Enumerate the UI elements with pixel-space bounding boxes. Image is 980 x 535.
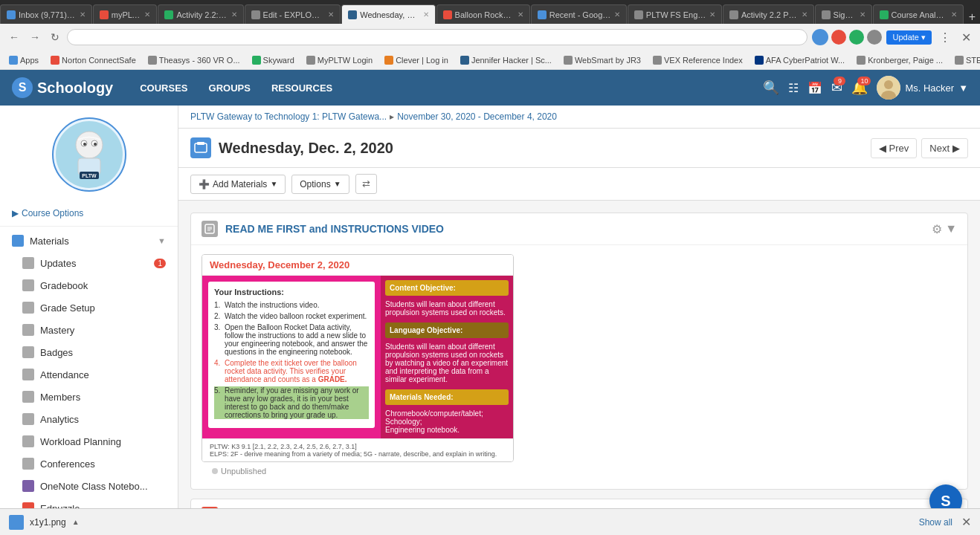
slide-footer-elps: ELPS: 2F - derive meaning from a variety…	[210, 450, 506, 458]
sidebar-item-onenote[interactable]: OneNote Class Notebo...	[0, 475, 178, 497]
next-button[interactable]: Next ▶	[921, 138, 968, 158]
tab-balloon[interactable]: Balloon Rocket!... ✕	[436, 4, 530, 24]
tab-activity22-pro[interactable]: Activity 2.2 Pro... ✕	[723, 4, 814, 24]
sidebar-item-gradebook[interactable]: Gradebook	[0, 274, 178, 296]
sidebar-item-members[interactable]: Members	[0, 386, 178, 408]
nav-courses[interactable]: COURSES	[131, 77, 196, 100]
bookmark-vex[interactable]: VEX Reference Index	[650, 55, 746, 65]
sidebar-item-badges[interactable]: Badges	[0, 341, 178, 363]
bookmark-websmart[interactable]: WebSmart by JR3	[561, 55, 644, 65]
extension-icon-2[interactable]	[831, 30, 846, 45]
forward-button[interactable]: →	[27, 30, 43, 45]
gradebook-icon	[22, 279, 34, 291]
svg-point-4	[76, 132, 103, 158]
tab-analytics[interactable]: Course Analytics ✕	[873, 4, 964, 24]
extension-icon-4[interactable]	[867, 30, 882, 45]
sidebar-item-label-attendance: Attendance	[40, 369, 89, 380]
add-materials-label: Add Materials	[213, 179, 267, 189]
sidebar-item-label-updates: Updates	[40, 258, 76, 269]
reload-button[interactable]: ↻	[48, 30, 62, 45]
grid-button[interactable]: ☷	[788, 81, 799, 95]
tab-wednesday[interactable]: Wednesday, De... ✕	[341, 4, 435, 24]
notifications-button[interactable]: 🔔 10	[851, 80, 868, 96]
slide-content-objective-box: Content Objective:	[385, 280, 509, 296]
header-right: 🔍 ☷ 📅 ✉ 9 🔔 10 Ms. Hacker ▼	[763, 76, 968, 100]
course-title-row: Wednesday, Dec. 2, 2020	[190, 137, 393, 158]
calendar-button[interactable]: 📅	[807, 81, 822, 95]
close-button[interactable]: ✕	[958, 29, 974, 46]
sidebar-item-mastery[interactable]: Mastery	[0, 319, 178, 341]
sidebar-item-label-workload: Workload Planning	[40, 436, 121, 447]
bookmark-jennifer[interactable]: Jennifer Hacker | Sc...	[457, 55, 555, 65]
material-icon-1	[202, 221, 218, 237]
bookmarks-bar: Apps Norton ConnectSafe Theasys - 360 VR…	[0, 51, 980, 70]
breadcrumb-link-week[interactable]: November 30, 2020 - December 4, 2020	[397, 111, 557, 122]
material-gear-1[interactable]: ⚙ ▼	[932, 222, 957, 236]
bookmark-skyward[interactable]: Skyward	[249, 55, 297, 65]
bookmark-afa[interactable]: AFA CyberPatriot W...	[752, 55, 848, 65]
user-avatar	[877, 76, 900, 100]
sidebar-item-analytics[interactable]: Analytics	[0, 408, 178, 430]
tab-pltw-fs[interactable]: PLTW FS Engin... ✕	[628, 4, 722, 24]
bookmark-clever[interactable]: Clever | Log in	[381, 55, 451, 65]
search-button[interactable]: 🔍	[763, 80, 779, 96]
tab-recent[interactable]: Recent - Google... ✕	[531, 4, 627, 24]
bookmark-stem[interactable]: STEM Software App...	[952, 55, 980, 65]
bookmark-apps[interactable]: Apps	[6, 55, 42, 65]
sidebar-item-updates[interactable]: Updates 1	[0, 252, 178, 274]
course-title: Wednesday, Dec. 2, 2020	[219, 140, 393, 157]
sidebar-item-workload[interactable]: Workload Planning	[0, 430, 178, 453]
material-title-1[interactable]: READ ME FIRST and INSTRUCTIONS VIDEO	[225, 223, 932, 235]
updates-badge: 1	[154, 259, 166, 268]
sidebar-item-conferences[interactable]: Conferences	[0, 453, 178, 475]
svg-point-1	[884, 80, 893, 89]
options-button[interactable]: Options ▼	[291, 175, 349, 194]
extension-icon-3[interactable]	[849, 30, 864, 45]
settings-button[interactable]: ⋮	[936, 29, 954, 46]
bookmark-kronberger[interactable]: Kronberger, Paige ...	[854, 55, 946, 65]
slide-instruction-1: 1.Watch the instructions video.	[214, 301, 369, 309]
course-options-link[interactable]: ▶ Course Options	[0, 204, 178, 223]
options-label: Options	[300, 179, 330, 189]
schoology-nav: COURSES GROUPS RESOURCES	[131, 77, 341, 100]
download-close-button[interactable]: ✕	[961, 515, 971, 529]
settings-small-icon: ⇄	[362, 178, 370, 189]
main-layout: PLTW ▶ Course Options Materials ▼ Update…	[0, 106, 980, 535]
tab-inbox[interactable]: Inbox (9,771) - ... ✕	[0, 4, 92, 24]
slide-instruction-2: 2.Watch the video balloon rocket experim…	[214, 312, 369, 320]
prev-button[interactable]: ◀ Prev	[871, 138, 918, 158]
tab-activity22[interactable]: Activity 2.2: 3... ✕	[158, 4, 243, 24]
add-materials-button[interactable]: ➕ Add Materials ▼	[190, 175, 286, 194]
address-bar-row: ← → ↻ sstschools.schoology.com/course/27…	[0, 24, 980, 51]
sidebar-item-grade-setup[interactable]: Grade Setup	[0, 296, 178, 319]
user-menu[interactable]: Ms. Hacker ▼	[877, 76, 968, 100]
bookmark-norton[interactable]: Norton ConnectSafe	[48, 55, 139, 65]
user-name: Ms. Hacker	[905, 82, 954, 94]
tab-mypltw[interactable]: myPLTW ✕	[93, 4, 158, 24]
sidebar-item-label-grade-setup: Grade Setup	[40, 302, 95, 314]
tab-signin[interactable]: Sign In ✕	[815, 4, 872, 24]
extension-icon-1[interactable]	[812, 29, 828, 45]
address-input[interactable]: sstschools.schoology.com/course/27878303…	[67, 29, 807, 45]
back-button[interactable]: ←	[6, 30, 22, 45]
sidebar-item-attendance[interactable]: Attendance	[0, 363, 178, 386]
nav-resources[interactable]: RESOURCES	[262, 77, 341, 100]
messages-button[interactable]: ✉ 9	[831, 80, 842, 96]
materials-toolbar: ➕ Add Materials ▼ Options ▼ ⇄	[178, 168, 980, 201]
breadcrumb-link-course[interactable]: PLTW Gateway to Technology 1: PLTW Gatew…	[190, 111, 387, 122]
show-all-button[interactable]: Show all	[919, 517, 952, 528]
settings-small-button[interactable]: ⇄	[355, 174, 377, 194]
sidebar-item-materials[interactable]: Materials ▼	[0, 230, 178, 252]
bookmark-mypltw[interactable]: MyPLTW Login	[303, 55, 375, 65]
slide-content-objective-title: Content Objective:	[390, 284, 504, 292]
unpublished-tag: Unpublished	[202, 462, 957, 480]
materials-arrow: ▼	[158, 236, 166, 245]
new-tab-button[interactable]: +	[964, 10, 980, 24]
slide-instruction-3: 3.Open the Balloon Rocket Data activity,…	[214, 323, 369, 356]
lesson-slide: Wednesday, December 2, 2020 Your Instruc…	[202, 254, 514, 462]
svg-rect-13	[197, 142, 204, 145]
tab-edit[interactable]: Edit - EXPLORE... ✕	[245, 4, 341, 24]
nav-groups[interactable]: GROUPS	[200, 77, 259, 100]
update-button[interactable]: Update ▾	[886, 30, 932, 45]
bookmark-theasys[interactable]: Theasys - 360 VR O...	[145, 55, 243, 65]
